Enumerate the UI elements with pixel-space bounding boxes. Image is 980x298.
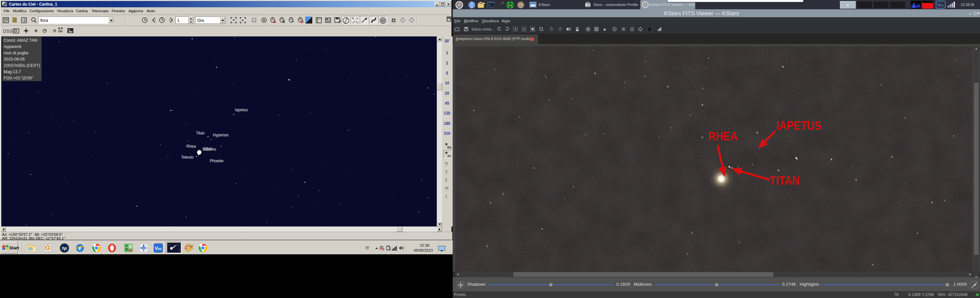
- svg-text:Vnc: Vnc: [937, 2, 943, 7]
- svg-text:e: e: [79, 244, 82, 252]
- svg-text:hp: hp: [62, 246, 67, 251]
- svg-text:Az: Az: [447, 154, 451, 158]
- svg-text:>_: >_: [488, 4, 492, 7]
- svg-text:Eq: Eq: [447, 146, 451, 149]
- svg-text:PHD: PHD: [508, 4, 512, 6]
- svg-text:DX: DX: [129, 249, 133, 252]
